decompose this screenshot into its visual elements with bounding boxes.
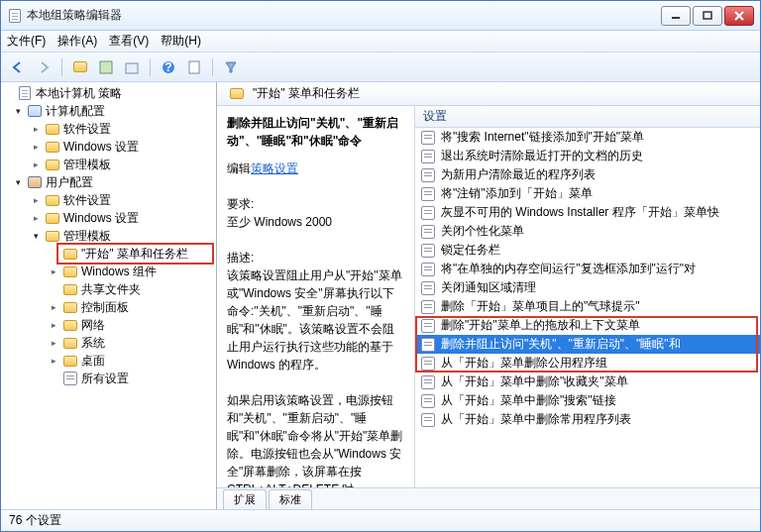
settings-list-column: 设置 将"搜索 Internet"链接添加到"开始"菜单退出系统时清除最近打开的… <box>415 106 760 487</box>
tree-admin-templates[interactable]: ▾管理模板 <box>1 227 216 245</box>
tree-all-settings[interactable]: 所有设置 <box>1 370 216 387</box>
separator <box>150 58 151 76</box>
list-header[interactable]: 设置 <box>415 106 760 128</box>
list-item[interactable]: 将"搜索 Internet"链接添加到"开始"菜单 <box>415 128 760 147</box>
folder-icon <box>62 300 78 314</box>
list-item[interactable]: 为新用户清除最近的程序列表 <box>415 165 760 184</box>
folder-icon <box>45 140 60 154</box>
folder-icon <box>45 122 60 136</box>
list-item-label: 锁定任务栏 <box>441 242 500 259</box>
setting-icon <box>421 319 435 333</box>
content: 本地计算机 策略 ▾计算机配置 ▸软件设置 ▸Windows 设置 ▸管理模板 … <box>1 82 760 509</box>
tree-label: 网络 <box>81 317 105 334</box>
show-hide-tree-button[interactable] <box>95 56 117 78</box>
edit-link-row: 编辑策略设置 <box>227 160 404 177</box>
list-item-label: 灰显不可用的 Windows Installer 程序「开始」菜单快 <box>441 204 719 221</box>
list-item[interactable]: 从「开始」菜单中删除"收藏夹"菜单 <box>415 372 760 391</box>
list-item[interactable]: 从「开始」菜单删除公用程序组 <box>415 354 760 372</box>
desc-label: 描述: <box>227 249 404 266</box>
tree-label: "开始" 菜单和任务栏 <box>81 246 188 263</box>
list-item-label: 将"注销"添加到「开始」菜单 <box>441 185 593 202</box>
tree-label: 软件设置 <box>63 121 111 138</box>
tree-computer-config[interactable]: ▾计算机配置 <box>1 102 216 120</box>
setting-icon <box>421 206 435 220</box>
doc-icon <box>17 86 33 100</box>
filter-button[interactable] <box>220 56 242 78</box>
close-button[interactable] <box>724 6 754 26</box>
tree-label: Windows 设置 <box>63 210 139 227</box>
tree-label: 所有设置 <box>81 371 129 387</box>
list-item[interactable]: 删除"开始"菜单上的拖放和上下文菜单 <box>415 316 760 335</box>
folder-icon <box>229 87 245 101</box>
tree-item[interactable]: ▸系统 <box>1 334 216 352</box>
svg-rect-8 <box>189 61 199 73</box>
svg-text:?: ? <box>164 60 171 74</box>
list-item-label: 删除并阻止访问"关机"、"重新启动"、"睡眠"和 <box>441 336 681 353</box>
tree-label: Windows 组件 <box>81 264 157 280</box>
list-item[interactable]: 将"在单独的内存空间运行"复选框添加到"运行"对 <box>415 260 760 278</box>
app-icon <box>7 9 23 23</box>
menu-action[interactable]: 操作(A) <box>57 33 97 50</box>
tree-item[interactable]: ▸Windows 设置 <box>1 138 216 156</box>
list-item[interactable]: 将"注销"添加到「开始」菜单 <box>415 184 760 203</box>
edit-policy-link[interactable]: 策略设置 <box>251 161 298 175</box>
tree-root[interactable]: 本地计算机 策略 <box>1 84 216 102</box>
menu-help[interactable]: 帮助(H) <box>161 33 201 50</box>
setting-icon <box>421 394 435 408</box>
forward-button[interactable] <box>33 56 54 78</box>
tree-pane[interactable]: 本地计算机 策略 ▾计算机配置 ▸软件设置 ▸Windows 设置 ▸管理模板 … <box>1 82 217 509</box>
up-button[interactable] <box>69 56 91 78</box>
right-body: 删除并阻止访问"关机"、"重新启动"、"睡眠"和"休眠"命令 编辑策略设置 要求… <box>217 106 760 487</box>
folder-icon <box>45 229 60 243</box>
tree-label: 软件设置 <box>63 192 111 209</box>
tree-item[interactable]: ▸控制面板 <box>1 298 216 316</box>
svg-rect-5 <box>126 63 138 73</box>
tree-label: 管理模板 <box>63 228 111 245</box>
tree-item[interactable]: 共享文件夹 <box>1 280 216 298</box>
tree-label: 计算机配置 <box>46 103 105 120</box>
folder-icon <box>62 282 78 296</box>
tree-user-config[interactable]: ▾用户配置 <box>1 173 216 191</box>
export-button[interactable] <box>121 56 143 78</box>
list-item[interactable]: 关闭通知区域清理 <box>415 278 760 297</box>
menu-view[interactable]: 查看(V) <box>109 33 149 50</box>
maximize-button[interactable] <box>693 6 722 26</box>
tree-item[interactable]: ▸软件设置 <box>1 120 216 138</box>
tree-item[interactable]: ▸Windows 设置 <box>1 209 216 227</box>
tree-start-taskbar[interactable]: "开始" 菜单和任务栏 <box>1 245 216 263</box>
tree-label: Windows 设置 <box>63 139 139 156</box>
list-item[interactable]: 锁定任务栏 <box>415 241 760 260</box>
req-label: 要求: <box>227 195 404 213</box>
list-item[interactable]: 删除并阻止访问"关机"、"重新启动"、"睡眠"和 <box>415 335 760 354</box>
tab-standard[interactable]: 标准 <box>269 489 312 509</box>
tree-item[interactable]: ▸管理模板 <box>1 156 216 173</box>
list-item-label: 退出系统时清除最近打开的文档的历史 <box>441 148 643 164</box>
setting-icon <box>421 281 435 295</box>
properties-button[interactable] <box>183 56 205 78</box>
computer-icon <box>27 104 43 118</box>
minimize-button[interactable] <box>661 6 691 26</box>
tree-item[interactable]: ▸桌面 <box>1 352 216 370</box>
menubar: 文件(F) 操作(A) 查看(V) 帮助(H) <box>1 31 760 53</box>
back-button[interactable] <box>7 56 29 78</box>
tab-extended[interactable]: 扩展 <box>223 489 267 509</box>
menu-file[interactable]: 文件(F) <box>7 33 46 50</box>
list-item[interactable]: 删除「开始」菜单项目上的"气球提示" <box>415 297 760 316</box>
list-item[interactable]: 退出系统时清除最近打开的文档的历史 <box>415 147 760 165</box>
tree-item[interactable]: ▸软件设置 <box>1 191 216 209</box>
settings-list[interactable]: 将"搜索 Internet"链接添加到"开始"菜单退出系统时清除最近打开的文档的… <box>415 128 760 487</box>
list-item[interactable]: 灰显不可用的 Windows Installer 程序「开始」菜单快 <box>415 203 760 222</box>
list-item[interactable]: 关闭个性化菜单 <box>415 222 760 241</box>
help-button[interactable]: ? <box>158 56 179 78</box>
setting-icon <box>421 413 435 427</box>
user-icon <box>27 175 43 189</box>
folder-icon <box>45 193 60 207</box>
list-item[interactable]: 从「开始」菜单中删除常用程序列表 <box>415 410 760 429</box>
titlebar: 本地组策略编辑器 <box>1 1 760 31</box>
tree-item[interactable]: ▸网络 <box>1 316 216 334</box>
list-item[interactable]: 从「开始」菜单中删除"搜索"链接 <box>415 391 760 410</box>
list-item-label: 关闭通知区域清理 <box>441 279 536 296</box>
tabs-row: 扩展 标准 <box>217 487 760 509</box>
list-item-label: 删除"开始"菜单上的拖放和上下文菜单 <box>441 317 640 334</box>
tree-item[interactable]: ▸Windows 组件 <box>1 263 216 280</box>
